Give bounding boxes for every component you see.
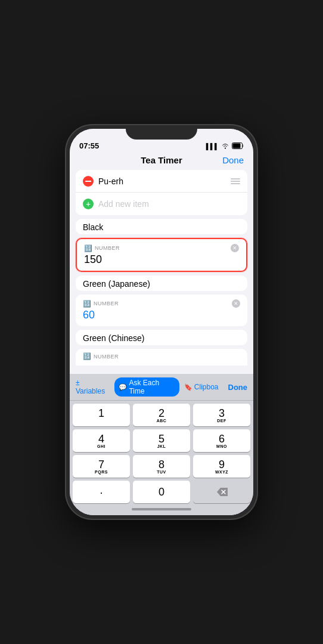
- clear-black-button[interactable]: ✕: [231, 244, 239, 252]
- content-area: Pu-erh Add new item Black 🔢 NUMBER: [70, 170, 253, 374]
- key-4[interactable]: 4 GHI: [73, 429, 130, 452]
- calculator-icon-japanese: 🔢: [83, 300, 91, 308]
- key-6-number: 6: [219, 434, 225, 444]
- keyboard-toolbar: ± Variables 💬 Ask Each Time 🔖 Clipboa Do…: [70, 374, 253, 401]
- green-japanese-number-field[interactable]: 🔢 NUMBER ✕ 60: [76, 295, 247, 326]
- remove-puerh-button[interactable]: [83, 176, 94, 187]
- add-item-placeholder: Add new item: [98, 199, 240, 209]
- field-type-chinese: NUMBER: [94, 354, 119, 360]
- key-7-letters: PQRS: [95, 470, 108, 475]
- key-0[interactable]: 0: [133, 481, 190, 503]
- field-type-japanese: NUMBER: [94, 301, 119, 306]
- key-0-number: 0: [159, 487, 164, 497]
- key-9-number: 9: [219, 459, 225, 470]
- clipboard-label: Clipboa: [194, 383, 219, 391]
- key-row-1: 1 2 ABC 3 DEF: [70, 401, 253, 426]
- key-3-number: 3: [219, 408, 225, 419]
- puerh-label: Pu-erh: [98, 177, 231, 186]
- wifi-icon: [221, 143, 229, 150]
- phone-frame: 07:55 ▌▌▌: [66, 125, 257, 519]
- key-8-letters: TUV: [157, 470, 166, 475]
- calculator-icon-black: 🔢: [84, 244, 92, 252]
- status-icons: ▌▌▌: [206, 143, 244, 150]
- black-field-value: 150: [84, 253, 239, 266]
- drag-handle: [231, 178, 240, 184]
- phone-screen: 07:55 ▌▌▌: [70, 129, 253, 515]
- battery-icon: [232, 143, 244, 150]
- toolbar-done-button[interactable]: Done: [228, 383, 248, 392]
- clear-japanese-button[interactable]: ✕: [232, 299, 240, 308]
- home-indicator: [70, 503, 253, 515]
- key-backspace[interactable]: [193, 481, 250, 503]
- variables-button[interactable]: ± Variables: [76, 379, 110, 395]
- ask-each-time-label: Ask Each Time: [129, 379, 175, 395]
- key-row-bottom: . 0: [70, 478, 253, 503]
- key-5-number: 5: [159, 434, 164, 444]
- key-2-number: 2: [159, 408, 164, 419]
- black-label: Black: [76, 219, 247, 234]
- japanese-field-value: 60: [83, 309, 240, 321]
- key-dot-symbol: .: [100, 485, 103, 496]
- clipboard-icon: 🔖: [184, 383, 192, 391]
- nav-title: Tea Timer: [141, 155, 182, 165]
- key-2[interactable]: 2 ABC: [133, 404, 190, 426]
- clipboard-button[interactable]: 🔖 Clipboa: [184, 383, 219, 391]
- list-item-puerh[interactable]: Pu-erh: [76, 170, 247, 193]
- add-new-item-row[interactable]: Add new item: [76, 193, 247, 215]
- notch: [126, 125, 197, 140]
- svg-rect-2: [243, 144, 244, 147]
- list-card: Pu-erh Add new item: [76, 170, 247, 215]
- field-type-black: NUMBER: [95, 245, 120, 251]
- field-label-row-black: 🔢 NUMBER ✕: [84, 244, 239, 252]
- green-chinese-label: Green (Chinese): [76, 330, 247, 345]
- key-7-number: 7: [98, 459, 104, 470]
- key-3[interactable]: 3 DEF: [193, 404, 250, 426]
- key-row-2: 4 GHI 5 JKL 6 MNO: [70, 426, 253, 452]
- key-4-letters: GHI: [97, 444, 105, 450]
- key-1-number: 1: [98, 408, 104, 419]
- key-6[interactable]: 6 MNO: [193, 429, 250, 452]
- key-6-letters: MNO: [216, 444, 227, 450]
- keyboard: 1 2 ABC 3 DEF 4 GHI 5 J: [70, 401, 253, 515]
- key-8[interactable]: 8 TUV: [133, 455, 190, 478]
- field-label-row-japanese: 🔢 NUMBER ✕: [83, 299, 240, 308]
- key-1[interactable]: 1: [73, 404, 130, 426]
- green-japanese-label: Green (Japanese): [76, 275, 247, 291]
- key-2-letters: ABC: [157, 419, 167, 424]
- svg-rect-1: [233, 144, 241, 148]
- key-5[interactable]: 5 JKL: [133, 429, 190, 452]
- calculator-icon-chinese: 🔢: [83, 352, 91, 360]
- key-9-letters: WXYZ: [215, 470, 228, 475]
- backspace-icon: [216, 488, 228, 496]
- field-label-row-chinese: 🔢 NUMBER: [83, 352, 240, 360]
- black-number-field[interactable]: 🔢 NUMBER ✕ 150: [76, 238, 247, 272]
- add-item-button[interactable]: [83, 199, 94, 209]
- nav-done-button[interactable]: Done: [222, 155, 244, 165]
- signal-icon: ▌▌▌: [206, 143, 219, 150]
- home-bar: [132, 508, 191, 510]
- key-row-3: 7 PQRS 8 TUV 9 WXYZ: [70, 452, 253, 478]
- status-time: 07:55: [79, 141, 206, 150]
- key-dot[interactable]: .: [73, 481, 130, 503]
- key-8-number: 8: [159, 459, 164, 470]
- key-7[interactable]: 7 PQRS: [73, 455, 130, 478]
- key-3-letters: DEF: [217, 419, 226, 424]
- green-chinese-number-field[interactable]: 🔢 NUMBER: [76, 349, 247, 366]
- message-icon: 💬: [119, 383, 127, 391]
- ask-each-time-button[interactable]: 💬 Ask Each Time: [114, 377, 179, 397]
- nav-bar: Tea Timer Done: [70, 153, 253, 170]
- key-9[interactable]: 9 WXYZ: [193, 455, 250, 478]
- key-5-letters: JKL: [157, 444, 166, 450]
- key-4-number: 4: [98, 434, 104, 444]
